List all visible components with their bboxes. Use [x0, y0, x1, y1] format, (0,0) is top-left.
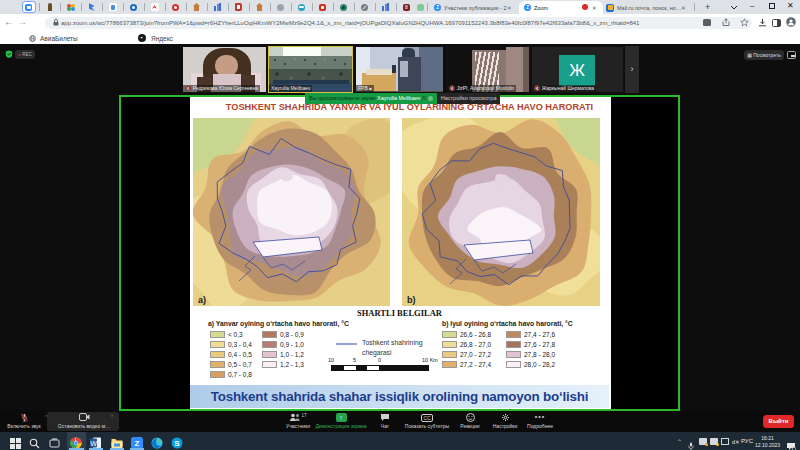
svg-text:Z: Z — [135, 439, 140, 448]
svg-text:W: W — [90, 440, 97, 447]
svg-text:S: S — [174, 439, 180, 448]
